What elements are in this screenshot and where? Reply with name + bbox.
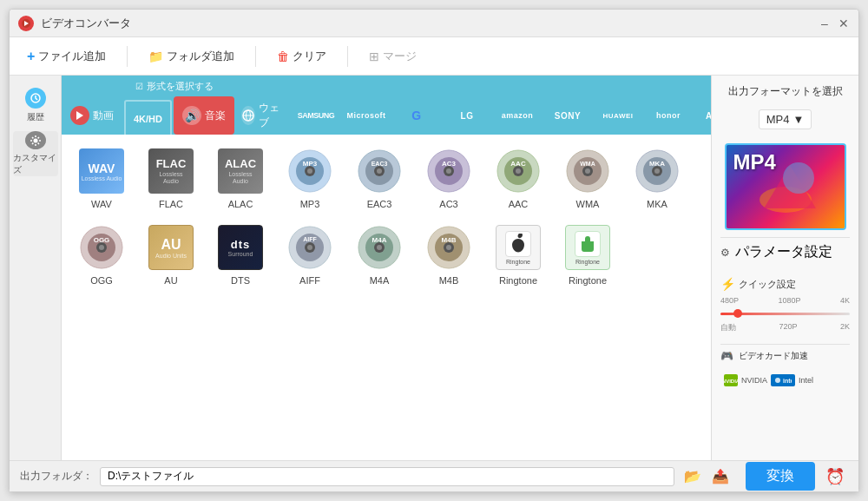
add-folder-button[interactable]: 📁 フォルダ追加	[141, 45, 241, 68]
device-sony[interactable]: SONY	[546, 100, 589, 131]
device-amazon[interactable]: amazon	[496, 100, 539, 131]
device-microsoft[interactable]: Microsoft	[345, 100, 388, 131]
output-format-value: MP4	[766, 113, 790, 126]
mp4-preview-container[interactable]: MP4	[720, 143, 850, 230]
aiff-icon: AIFF	[286, 223, 334, 272]
format-ringtone-apple[interactable]: Ringtone Ringtone	[487, 220, 549, 289]
clear-button[interactable]: 🗑 クリア	[270, 45, 333, 68]
dts-icon: dts Surround	[216, 223, 265, 272]
format-flac[interactable]: FLAC LosslessAudio FLAC	[140, 143, 202, 213]
device-lg[interactable]: LG	[445, 100, 489, 131]
flac-icon: FLAC LosslessAudio	[147, 147, 195, 195]
music-cat-label: 音楽	[205, 109, 226, 123]
web-cat-label: ウェブ	[259, 101, 280, 130]
customize-label: カスタマイズ	[13, 152, 58, 176]
quick-settings-label: クイック設定	[739, 278, 796, 291]
format-mka[interactable]: MKA MKA	[626, 143, 688, 213]
trash-icon: 🗑	[277, 49, 289, 63]
format-aac[interactable]: AAC AAC	[487, 143, 549, 213]
close-button[interactable]: ✕	[838, 17, 850, 30]
format-wav[interactable]: WAV Lossless Audio WAV	[70, 143, 133, 213]
svg-point-18	[377, 168, 382, 174]
divider-1	[127, 46, 128, 67]
alarm-button[interactable]: ⏰	[822, 464, 848, 490]
folder-browse-button[interactable]: 📂	[681, 465, 704, 488]
open-folder-button[interactable]: 📤	[709, 465, 732, 488]
format-m4b[interactable]: M4B M4B	[418, 220, 480, 289]
mp3-label: MP3	[300, 199, 320, 209]
output-panel-title: 出力フォーマットを選択	[720, 84, 850, 99]
svg-text:EAC3: EAC3	[372, 161, 388, 167]
output-format-dropdown[interactable]: MP4 ▼	[759, 109, 812, 129]
format-dts[interactable]: dts Surround DTS	[209, 220, 272, 289]
add-file-button[interactable]: + ファイル追加	[20, 45, 113, 68]
minimize-button[interactable]: –	[819, 17, 831, 30]
format-categories: 動画 4K/HD 🔊	[62, 96, 287, 135]
gpu-section: 🎮 ビデオカード加速	[720, 344, 850, 367]
checkbox-icon: ☑	[135, 82, 143, 91]
svg-marker-4	[76, 111, 83, 120]
device-asus[interactable]: ASUS	[697, 100, 711, 131]
web-cat-icon	[241, 106, 255, 125]
sidebar-item-customize[interactable]: カスタマイズ	[13, 131, 58, 176]
device-honor[interactable]: honor	[647, 100, 690, 131]
aac-icon: AAC	[494, 147, 542, 195]
category-web[interactable]: ウェブ	[234, 96, 287, 135]
category-4k[interactable]: 4K/HD	[124, 100, 172, 138]
sidebar-item-history[interactable]: 履歴	[13, 82, 58, 128]
alarm-icon: ⏰	[825, 467, 845, 486]
sidebar: 履歴 カスタマイズ	[10, 76, 62, 460]
format-aiff[interactable]: AIFF AIFF	[279, 220, 341, 289]
format-ogg[interactable]: OGG OGG	[70, 220, 133, 289]
eac3-icon: EAC3	[355, 147, 404, 195]
svg-point-3	[33, 138, 37, 142]
device-huawei[interactable]: HUAWEI	[596, 100, 640, 131]
output-path-input[interactable]	[100, 467, 674, 486]
speed-bar[interactable]	[720, 307, 850, 320]
svg-point-58	[446, 245, 451, 250]
merge-label: マージ	[383, 49, 417, 64]
alac-label: ALAC	[228, 199, 253, 209]
svg-text:M4A: M4A	[372, 236, 387, 244]
format-section: ☑ 形式を選択する 動画	[62, 76, 287, 135]
aiff-label: AIFF	[299, 275, 320, 286]
mp4-overlay-label: MP4	[733, 150, 776, 175]
bottom-icons: 📂 📤	[681, 465, 732, 488]
format-ac3[interactable]: AC3 AC3	[418, 143, 480, 213]
svg-text:OGG: OGG	[94, 236, 110, 244]
intel-badge: intel	[771, 374, 795, 386]
category-video[interactable]: 動画	[62, 96, 122, 135]
m4b-label: M4B	[439, 275, 459, 286]
au-icon: AU Audio Units	[147, 223, 195, 272]
category-music[interactable]: 🔊 音楽	[174, 96, 234, 135]
format-alac[interactable]: ALAC LosslessAudio ALAC	[209, 143, 272, 213]
device-samsung[interactable]: SAMSUNG	[294, 100, 338, 131]
m4b-icon: M4B	[424, 223, 473, 272]
device-google[interactable]: G	[395, 100, 438, 131]
svg-text:intel: intel	[783, 378, 792, 384]
format-au[interactable]: AU Audio Units AU	[140, 220, 202, 289]
format-eac3[interactable]: EAC3 EAC3	[348, 143, 411, 213]
svg-point-64	[783, 162, 814, 194]
svg-point-53	[377, 245, 382, 250]
merge-button[interactable]: ⊞ マージ	[362, 45, 424, 68]
format-wma[interactable]: WMA WMA	[556, 143, 619, 213]
svg-point-38	[654, 168, 660, 174]
main-content: 履歴 カスタマイズ ☑ 形式を選択する	[10, 76, 858, 460]
params-icon: ⚙	[720, 247, 730, 259]
format-mp3[interactable]: MP3 MP3	[279, 143, 341, 213]
gpu-label: ビデオカード加速	[739, 350, 808, 362]
format-ringtone-android[interactable]: Ringtone Ringtone	[556, 220, 619, 289]
svg-text:AIFF: AIFF	[303, 236, 317, 242]
svg-point-48	[307, 245, 312, 250]
format-m4a[interactable]: M4A M4A	[348, 220, 411, 289]
m4a-icon: M4A	[355, 223, 404, 272]
ringtone-apple-icon: Ringtone	[494, 223, 542, 272]
plus-icon: +	[27, 49, 35, 64]
merge-icon: ⊞	[369, 49, 379, 63]
speed-labels-bottom: 自動 720P 2K	[720, 322, 850, 333]
intel-label: Intel	[799, 376, 813, 385]
convert-button[interactable]: 変換	[746, 462, 815, 491]
params-section[interactable]: ⚙ パラメータ設定	[720, 237, 850, 267]
m4a-label: M4A	[370, 275, 390, 286]
